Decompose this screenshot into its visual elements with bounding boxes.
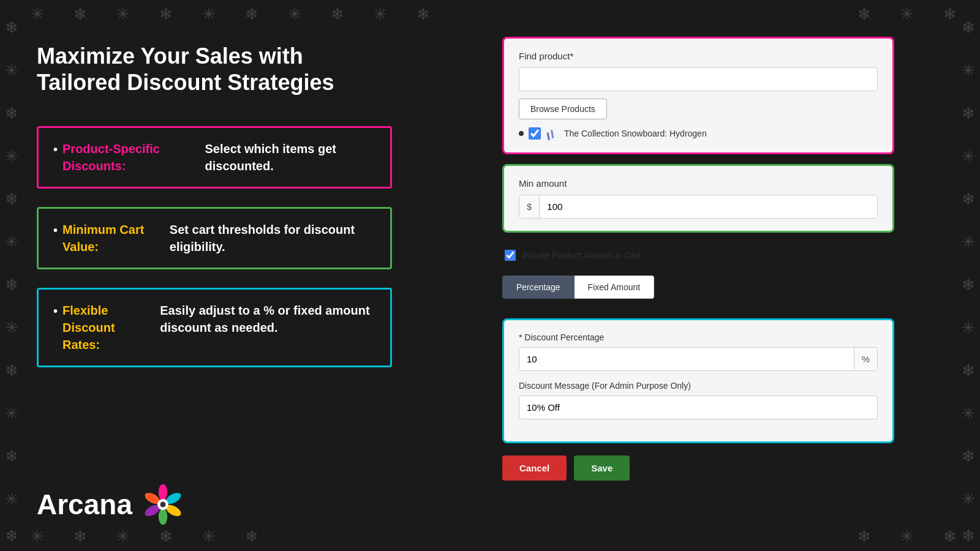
product-thumbnail-icon (546, 127, 559, 140)
discount-percentage-label: * Discount Percentage (519, 332, 878, 342)
svg-rect-8 (547, 132, 550, 140)
percent-input-wrapper: % (519, 347, 878, 371)
discount-percentage-row: * Discount Percentage % (519, 332, 878, 371)
left-panel: Maximize Your Sales with Tailored Discou… (37, 31, 392, 367)
discount-percentage-input[interactable] (519, 348, 854, 370)
feature-highlight-green: Minimum Cart Value: (62, 221, 165, 255)
discount-message-label: Discount Message (For Admin Purpose Only… (519, 381, 878, 391)
min-amount-section: Min amount $ (502, 164, 894, 233)
feature-body-product: Select which items get discounted. (205, 140, 375, 174)
svg-point-7 (160, 502, 165, 508)
product-checkbox[interactable] (529, 127, 541, 140)
currency-prefix: $ (519, 195, 540, 218)
svg-point-0 (159, 484, 167, 501)
feature-item-product: Product-Specific Discounts: Select which… (53, 140, 375, 174)
svg-point-3 (159, 508, 167, 525)
arcana-logo-icon (141, 482, 185, 527)
include-product-label: Include Product Amount in Cart (522, 250, 641, 260)
feature-card-product-specific: Product-Specific Discounts: Select which… (37, 126, 392, 189)
product-bullet-icon (519, 131, 524, 136)
feature-item-cart: Minimum Cart Value: Set cart thresholds … (53, 221, 375, 255)
min-amount-input[interactable] (540, 195, 877, 218)
percentage-toggle-button[interactable]: Percentage (502, 276, 575, 299)
page-title: Maximize Your Sales with Tailored Discou… (37, 43, 392, 96)
include-product-checkbox[interactable] (505, 250, 516, 261)
discount-message-input[interactable] (519, 395, 878, 419)
discount-message-row: Discount Message (For Admin Purpose Only… (519, 381, 878, 419)
product-name: The Collection Snowboard: Hydrogen (564, 129, 707, 138)
action-buttons-row: Cancel Save (502, 453, 894, 483)
min-amount-label: Min amount (519, 178, 878, 189)
include-product-row: Include Product Amount in Cart (502, 250, 894, 261)
logo-text: Arcana (37, 488, 132, 521)
cancel-button[interactable]: Cancel (502, 455, 567, 481)
feature-card-minimum-cart: Minimum Cart Value: Set cart thresholds … (37, 207, 392, 269)
save-button[interactable]: Save (574, 455, 630, 481)
logo-area: Arcana (37, 482, 185, 527)
feature-body-cart: Set cart thresholds for discount eligibi… (170, 221, 375, 255)
discount-detail-section: * Discount Percentage % Discount Message… (502, 318, 894, 443)
amount-input-wrapper: $ (519, 195, 878, 219)
find-product-label: Find product* (519, 51, 878, 61)
svg-rect-9 (551, 130, 554, 138)
feature-card-flexible: Flexible Discount Rates: Easily adjust t… (37, 288, 392, 367)
browse-products-button[interactable]: Browse Products (519, 99, 607, 119)
feature-item-flexible: Flexible Discount Rates: Easily adjust t… (53, 302, 375, 353)
feature-highlight-pink: Product-Specific Discounts: (62, 140, 200, 174)
right-panel: Find product* Browse Products The Collec… (502, 37, 894, 483)
feature-highlight-blue: Flexible Discount Rates: (62, 302, 155, 353)
fixed-amount-toggle-button[interactable]: Fixed Amount (575, 276, 655, 299)
percent-suffix: % (854, 348, 877, 370)
discount-type-toggle: Percentage Fixed Amount (502, 276, 894, 299)
feature-body-flexible: Easily adjust to a % or fixed amount dis… (160, 302, 375, 336)
product-list: The Collection Snowboard: Hydrogen (519, 127, 878, 140)
product-section: Find product* Browse Products The Collec… (502, 37, 894, 154)
find-product-input[interactable] (519, 67, 878, 91)
